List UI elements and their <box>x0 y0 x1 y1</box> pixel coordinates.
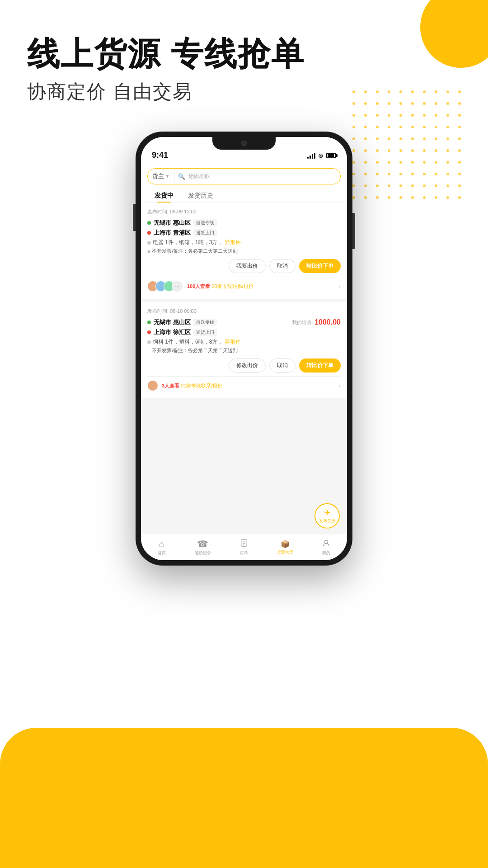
tab-shipping[interactable]: 发货中 <box>147 188 181 203</box>
specialists-link-2: 20家专线联系/报价 <box>181 383 222 388</box>
order-1-time: 发布时间: 09-09 12:00 <box>147 208 341 215</box>
orders-list: 发布时间: 09-09 12:00 无锡市 惠山区 自送专线 上海市 青浦区 送… <box>141 203 347 558</box>
nav-home[interactable]: ⌂ 首页 <box>141 539 182 556</box>
phone-notch <box>212 137 276 150</box>
my-price-value-2: 1000.00 <box>314 318 341 326</box>
signal-icon <box>307 152 315 159</box>
my-price-label-2: 我的出价 <box>292 319 312 326</box>
order-2-to-row: 上海市 徐汇区 送货上门 <box>147 328 341 336</box>
shipper-selector[interactable]: 货主 ▼ <box>148 169 174 184</box>
order-1-from-tag: 自送专线 <box>193 219 217 226</box>
phone-power-button <box>352 213 355 249</box>
order-2-viewers-text: 3人查看 20家专线联系/报价 <box>162 382 336 389</box>
order-1-to-tag: 送货上门 <box>193 229 217 236</box>
nav-market-label: 货源大厅 <box>277 549 293 555</box>
phone-camera <box>241 141 247 146</box>
from-dot-1 <box>147 221 151 225</box>
order-2-time: 发布时间: 08-10 09:00 <box>147 308 341 315</box>
cancel-button-1[interactable]: 取消 <box>269 259 296 273</box>
order-2-actions: 修改出价 取消 转比价下单 <box>147 359 341 373</box>
note-icon-1: ≡ <box>147 249 150 254</box>
search-bar[interactable]: 货主 ▼ 🔍 货物名称 <box>147 168 341 184</box>
wifi-icon: ⊛ <box>318 152 324 159</box>
avatar-2-1 <box>147 380 158 391</box>
convert-button-2[interactable]: 转比价下单 <box>299 359 341 373</box>
convert-button-1[interactable]: 转比价下单 <box>299 259 341 273</box>
goods-dot-2 <box>147 340 151 344</box>
order-1-to-city: 上海市 青浦区 <box>154 229 191 237</box>
fab-publish[interactable]: ✈ 发布货源 <box>314 503 340 528</box>
order-1-to-row: 上海市 青浦区 送货上门 <box>147 229 341 237</box>
order-2-special-tag: 异形件 <box>225 338 241 346</box>
modify-price-button[interactable]: 修改出价 <box>229 359 266 373</box>
order-2-from-row: 无锡市 惠山区 自送专线 我的出价 1000.00 <box>147 318 341 326</box>
nav-home-label: 首页 <box>158 550 166 556</box>
calls-icon: ☎ <box>197 538 208 549</box>
shipper-label: 货主 <box>152 172 164 180</box>
to-dot-1 <box>147 231 151 235</box>
goods-dot-1 <box>147 241 151 245</box>
search-placeholder-text: 货物名称 <box>188 173 210 180</box>
order-1-from-row: 无锡市 惠山区 自送专线 <box>147 219 341 227</box>
order-1-from-city: 无锡市 惠山区 <box>154 219 191 227</box>
tab-bar: 发货中 发货历史 <box>141 188 347 203</box>
note-icon-2: ≡ <box>147 348 150 354</box>
quote-button[interactable]: 我要出价 <box>229 259 266 273</box>
market-icon: 📦 <box>281 540 290 548</box>
bg-bottom-yellow <box>0 728 488 868</box>
bottom-nav: ⌂ 首页 ☎ 通话记录 <box>141 534 347 560</box>
avatar-group-1: ··· <box>147 281 184 292</box>
main-title: 线上货源 专线抢单 <box>27 36 461 72</box>
order-2-from-tag: 自送专线 <box>193 319 217 326</box>
order-1-special-tag: 异形件 <box>225 239 241 246</box>
nav-orders[interactable]: 订单 <box>223 539 264 556</box>
fab-icon: ✈ <box>324 508 331 518</box>
phone-outer-shell: 9:41 ⊛ <box>136 132 352 566</box>
to-dot-2 <box>147 330 151 334</box>
avatar-more: ··· <box>172 281 183 292</box>
nav-calls-label: 通话记录 <box>195 550 211 556</box>
dropdown-arrow: ▼ <box>165 174 169 179</box>
avatar-group-2 <box>147 380 155 391</box>
order-1-goods-row: 电器 1件，纸箱，1吨，3方， 异形件 <box>147 239 341 246</box>
mine-icon <box>322 539 330 549</box>
search-input-area[interactable]: 🔍 货物名称 <box>174 173 340 180</box>
chevron-right-1: › <box>338 283 341 290</box>
order-1-note: 不开发票/备注：务必第二天第二天送到 <box>152 248 238 255</box>
order-1-goods-desc: 电器 1件，纸箱，1吨，3方， <box>153 239 223 246</box>
order-2-from-city: 无锡市 惠山区 <box>154 318 191 326</box>
search-icon: 🔍 <box>178 173 185 180</box>
nav-market[interactable]: 📦 货源大厅 <box>265 540 306 555</box>
order-1-actions: 我要出价 取消 转比价下单 <box>147 259 341 273</box>
viewers-count-1: 100人查看 <box>187 283 210 289</box>
svg-point-4 <box>325 540 328 543</box>
order-2-goods-row: 饲料 1件，塑料，6吨，8方， 异形件 <box>147 338 341 346</box>
nav-calls[interactable]: ☎ 通话记录 <box>182 538 223 556</box>
order-2-viewers[interactable]: 3人查看 20家专线联系/报价 › <box>147 376 341 393</box>
order-1-viewers-text: 100人查看 20家专线联系/报价 <box>187 283 336 290</box>
chevron-right-2: › <box>338 382 341 389</box>
battery-icon <box>326 153 336 158</box>
fab-label: 发布货源 <box>319 518 335 524</box>
specialists-link-1: 20家专线联系/报价 <box>211 283 253 289</box>
order-2-to-city: 上海市 徐汇区 <box>154 328 191 336</box>
order-1-viewers[interactable]: ··· 100人查看 20家专线联系/报价 › <box>147 277 341 293</box>
viewers-count-2: 3人查看 <box>162 383 179 388</box>
nav-orders-label: 订单 <box>240 550 248 556</box>
tab-history[interactable]: 发货历史 <box>181 188 221 203</box>
app-content: 货主 ▼ 🔍 货物名称 发货中 发货历史 <box>141 164 347 560</box>
phone-screen: 9:41 ⊛ <box>141 137 347 560</box>
order-2-note-row: ≡ 不开发票/备注：务必第二天第二天送到 <box>147 347 341 354</box>
phone-mockup: 9:41 ⊛ <box>0 132 488 566</box>
page-header: 线上货源 专线抢单 协商定价 自由交易 <box>0 0 488 113</box>
nav-mine[interactable]: 我的 <box>306 539 347 556</box>
orders-icon <box>240 539 248 549</box>
order-2-to-tag: 送货上门 <box>193 329 217 336</box>
status-icons: ⊛ <box>307 152 336 159</box>
home-icon: ⌂ <box>159 539 164 549</box>
cancel-button-2[interactable]: 取消 <box>269 359 296 373</box>
order-2-goods-desc: 饲料 1件，塑料，6吨，8方， <box>153 338 223 346</box>
phone-volume-button <box>133 204 136 231</box>
order-card-2: 发布时间: 08-10 09:00 无锡市 惠山区 自送专线 我的出价 1000… <box>141 302 347 398</box>
status-time: 9:41 <box>152 151 168 160</box>
